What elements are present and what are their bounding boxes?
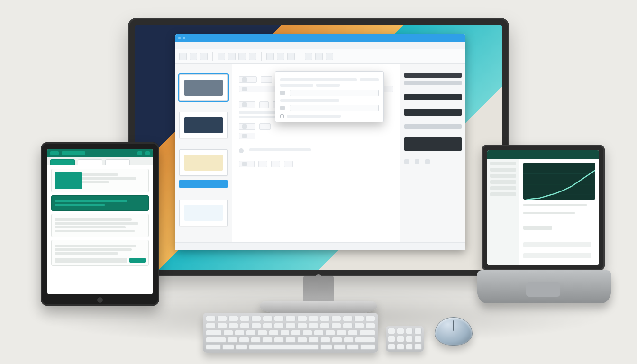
laptop-sidebar <box>487 159 519 265</box>
card-text <box>55 204 105 206</box>
header-icon[interactable] <box>137 151 142 155</box>
rail-caption <box>179 67 228 71</box>
presentation-app-window <box>175 34 465 250</box>
chip-icon <box>242 87 247 91</box>
tablet-home-button[interactable] <box>97 297 103 303</box>
tab[interactable] <box>50 159 75 165</box>
property-bar[interactable] <box>404 137 462 151</box>
sidebar-item[interactable] <box>490 192 516 196</box>
panel-label <box>404 132 462 135</box>
header-pill <box>62 151 85 155</box>
field-chip[interactable] <box>239 123 255 130</box>
slide-thumbnail[interactable] <box>179 200 228 226</box>
field-chip[interactable] <box>239 161 255 167</box>
field-chip[interactable] <box>284 161 293 167</box>
field-chip[interactable] <box>239 76 257 83</box>
content-card[interactable] <box>51 169 149 192</box>
content-card[interactable] <box>51 214 149 237</box>
mouse[interactable] <box>435 318 472 345</box>
sidebar-item[interactable] <box>490 180 516 184</box>
swatch-row[interactable] <box>404 124 462 129</box>
panel-label <box>404 103 462 106</box>
pill-button[interactable] <box>523 226 552 230</box>
list-row[interactable] <box>523 242 592 247</box>
toolbar-button[interactable] <box>179 53 187 60</box>
chip-icon <box>242 124 247 129</box>
modal-dialog[interactable] <box>275 71 384 122</box>
toolbar-separator <box>212 52 213 61</box>
content-card-accent[interactable] <box>51 195 149 211</box>
laptop-main <box>519 159 599 265</box>
swatch-row[interactable] <box>404 73 462 78</box>
slide-thumbnail[interactable] <box>179 112 228 138</box>
swatch-row[interactable] <box>404 81 462 85</box>
field-chip[interactable] <box>259 101 269 108</box>
window-control-icon[interactable] <box>183 37 185 39</box>
dialog-checkbox[interactable] <box>280 114 284 118</box>
tab[interactable] <box>78 159 102 165</box>
dialog-text <box>280 84 313 87</box>
window-titlebar[interactable] <box>175 34 465 42</box>
card-button-primary[interactable] <box>129 258 146 263</box>
toolbar-button[interactable] <box>277 53 284 60</box>
radio-icon[interactable] <box>239 148 244 153</box>
sidebar-primary-button[interactable] <box>179 180 228 188</box>
thumb-swatch <box>184 205 223 221</box>
field-chip[interactable] <box>239 101 255 108</box>
list-row[interactable] <box>523 253 592 258</box>
dialog-input[interactable] <box>290 105 379 111</box>
field-chip[interactable] <box>259 123 271 130</box>
toolbar-button[interactable] <box>305 53 312 60</box>
slide-thumbnail[interactable] <box>179 149 228 176</box>
dialog-checkbox-label <box>287 115 341 118</box>
tab[interactable] <box>105 159 130 165</box>
menu-bar <box>175 42 465 49</box>
dialog-input[interactable] <box>290 90 379 96</box>
thumb-swatch <box>184 117 223 133</box>
laptop-device <box>482 145 605 303</box>
card-text <box>55 248 132 251</box>
toolbar-button[interactable] <box>326 53 333 60</box>
panel-icon[interactable] <box>425 159 430 164</box>
card-text <box>55 222 138 225</box>
dialog-text <box>316 84 340 87</box>
toolbar-button[interactable] <box>287 53 295 60</box>
window-control-icon[interactable] <box>178 37 181 39</box>
sidebar-item[interactable] <box>490 174 516 178</box>
sidebar-item[interactable] <box>490 168 516 172</box>
keyboard[interactable] <box>203 313 378 353</box>
toolbar-button[interactable] <box>228 53 236 60</box>
header-icon[interactable] <box>145 151 150 155</box>
card-text <box>55 200 127 202</box>
thumb-swatch <box>184 80 223 96</box>
property-bar[interactable] <box>404 109 462 116</box>
field-chip[interactable] <box>258 161 267 167</box>
panel-icon[interactable] <box>415 159 419 164</box>
dialog-text <box>280 99 339 102</box>
field-chip[interactable] <box>261 76 272 83</box>
property-bar[interactable] <box>404 94 462 100</box>
panel-label <box>404 67 462 70</box>
toolbar-button[interactable] <box>238 53 246 60</box>
dialog-row <box>280 78 379 81</box>
sidebar-item[interactable] <box>490 162 516 165</box>
numpad[interactable] <box>386 326 424 352</box>
toolbar-button[interactable] <box>190 53 197 60</box>
toolbar-button[interactable] <box>200 53 208 60</box>
card-button[interactable] <box>55 258 127 263</box>
slide-thumbnail[interactable] <box>179 74 228 101</box>
field-chip[interactable] <box>271 161 280 167</box>
status-bar <box>175 242 465 250</box>
laptop-screen-frame <box>482 145 605 271</box>
panel-icon[interactable] <box>404 159 409 164</box>
toolbar-button[interactable] <box>266 53 274 60</box>
toolbar-button[interactable] <box>218 53 225 60</box>
sidebar-item[interactable] <box>490 186 516 190</box>
toolbar-button[interactable] <box>315 53 323 60</box>
line-chart <box>523 163 595 200</box>
content-card[interactable] <box>51 240 149 266</box>
laptop-screen <box>487 150 599 265</box>
laptop-trackpad[interactable] <box>526 282 560 297</box>
toolbar-button[interactable] <box>249 53 256 60</box>
field-chip[interactable] <box>239 133 255 139</box>
